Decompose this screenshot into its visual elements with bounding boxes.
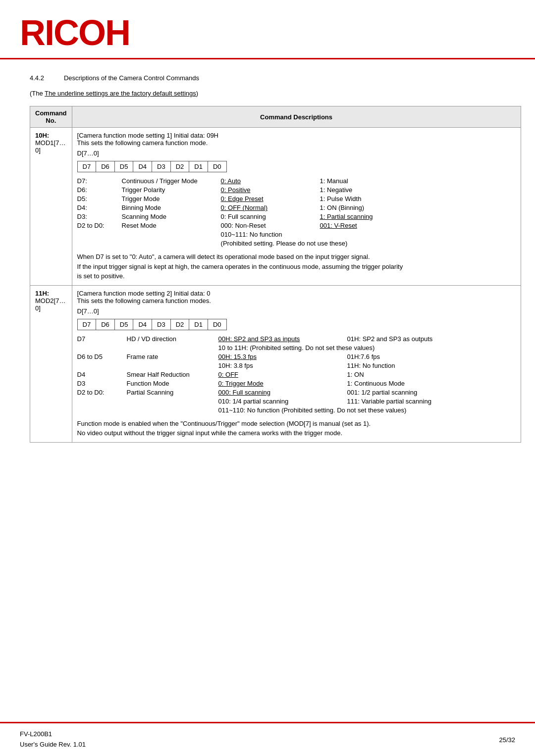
cmd-id-cell: 10H: MOD1[7…0] xyxy=(30,128,72,286)
val1-11h-d3: 1: Continuous Mode xyxy=(347,380,466,387)
desc-row-11h-d2d0b: 010: 1/4 partial scanning 111: Variable … xyxy=(77,398,516,405)
val1-d2d0: 001: V-Reset xyxy=(320,222,419,229)
val0-d4: 0: OFF (Normal) xyxy=(221,204,320,211)
bit-table: D7 D6 D5 D4 D3 D2 D1 D0 xyxy=(77,161,227,172)
val0-d7: 0: Auto xyxy=(221,177,320,185)
extra-line-1: 010~111: No function xyxy=(77,231,516,238)
trigger-note-3: is set to positive. xyxy=(77,271,516,281)
bit-d1: D1 xyxy=(189,161,208,172)
quarter-scan: 010: 1/4 partial scanning xyxy=(218,398,347,405)
no-func-11h: 11H: No function xyxy=(347,362,466,369)
desc-row-d4: D4: Binning Mode 0: OFF (Normal) 1: ON (… xyxy=(77,204,516,211)
footer-left: FV-L200B1 User's Guide Rev. 1.01 xyxy=(20,729,86,750)
trigger-note-1: When D7 is set to "0: Auto", a camera wi… xyxy=(77,252,516,262)
bit-d2: D2 xyxy=(170,161,189,172)
val0-11h-d7: 00H: SP2 and SP3 as inputs xyxy=(218,335,347,343)
page-content: 4.4.2 Descriptions of the Camera Control… xyxy=(0,59,535,472)
trigger-note: When D7 is set to "0: Auto", a camera wi… xyxy=(77,252,516,281)
cmd-id-11h: 11H: xyxy=(35,290,67,297)
bit-d6-11h: D6 xyxy=(96,319,115,330)
label-d6: D6: xyxy=(77,186,122,194)
bit-d3: D3 xyxy=(152,161,171,172)
initial-data: [Camera function mode setting 1] Initial… xyxy=(77,132,516,139)
name-d2d0: Reset Mode xyxy=(122,222,221,229)
bit-d7: D7 xyxy=(77,161,96,172)
val1-d5: 1: Pulse Width xyxy=(320,195,419,202)
command-table: Command No. Command Descriptions 10H: MO… xyxy=(30,106,521,443)
val1-11h-d6d5: 01H:7.6 fps xyxy=(347,353,466,360)
label-d2d0: D2 to D0: xyxy=(77,222,122,229)
desc-section: D7: Continuous / Trigger Mode 0: Auto 1:… xyxy=(77,177,516,247)
name-d3: Scanning Mode xyxy=(122,213,221,220)
ricoh-logo: RICOH xyxy=(20,15,515,50)
desc-row-d2d0: D2 to D0: Reset Mode 000: Non-Reset 001:… xyxy=(77,222,516,229)
cmd-sub: MOD1[7…0] xyxy=(35,139,67,154)
cmd-sub-11h: MOD2[7…0] xyxy=(35,297,67,312)
desc-row-11h-d6d5b: 10H: 3.8 fps 11H: No function xyxy=(77,362,516,369)
name-11h-d6d5: Frame rate xyxy=(127,353,218,360)
fps-38: 10H: 3.8 fps xyxy=(218,362,347,369)
section-header: 4.4.2 Descriptions of the Camera Control… xyxy=(30,74,505,82)
d-label-11h: D[7…0] xyxy=(77,307,516,315)
func-note-2: No video output without the trigger sign… xyxy=(77,428,516,438)
desc-section-11h: D7 HD / VD direction 00H: SP2 and SP3 as… xyxy=(77,335,516,414)
desc-row-11h-d6d5: D6 to D5 Frame rate 00H: 15.3 fps 01H:7.… xyxy=(77,353,516,360)
guide-name: User's Guide Rev. 1.01 xyxy=(20,740,86,750)
bit-d0-11h: D0 xyxy=(208,319,226,330)
underline-text: The underline settings are the factory d… xyxy=(45,90,196,97)
desc-row-11h-d2d0c: 011~110: No function (Prohibited setting… xyxy=(77,406,516,414)
section-number: 4.4.2 xyxy=(30,74,44,82)
desc-row-11h-d2d0: D2 to D0: Partial Scanning 000: Full sca… xyxy=(77,389,516,396)
col-command-no: Command No. xyxy=(30,106,72,128)
cmd-desc-cell-11h: [Camera function mode setting 2] Initial… xyxy=(72,285,521,442)
bit-d2-11h: D2 xyxy=(170,319,189,330)
bit-d7-11h: D7 xyxy=(77,319,96,330)
cmd-desc-cell: [Camera function mode setting 1] Initial… xyxy=(72,128,521,286)
page-number: 25/32 xyxy=(499,736,515,744)
sets-label: This sets the following camera function … xyxy=(77,139,516,147)
prohibited-text: (Prohibited setting. Please do not use t… xyxy=(221,240,419,247)
bit-d4-11h: D4 xyxy=(133,319,152,330)
val1-11h-d4: 1: ON xyxy=(347,371,466,378)
page-footer: FV-L200B1 User's Guide Rev. 1.01 25/32 xyxy=(0,722,535,756)
val0-d5: 0: Edge Preset xyxy=(221,195,320,202)
var-scan: 111: Variable partial scanning xyxy=(347,398,466,405)
table-row: 11H: MOD2[7…0] [Camera function mode set… xyxy=(30,285,521,442)
bit-d4: D4 xyxy=(133,161,152,172)
label-d5: D5: xyxy=(77,195,122,202)
val0-d2d0: 000: Non-Reset xyxy=(221,222,320,229)
label-d3: D3: xyxy=(77,213,122,220)
bit-d5-11h: D5 xyxy=(114,319,133,330)
initial-data-11h: [Camera function mode setting 2] Initial… xyxy=(77,290,516,297)
d-label: D[7…0] xyxy=(77,150,516,157)
val1-d4: 1: ON (Binning) xyxy=(320,204,419,211)
cmd-id: 10H: xyxy=(35,132,67,139)
desc-row-d5: D5: Trigger Mode 0: Edge Preset 1: Pulse… xyxy=(77,195,516,202)
name-11h-d2d0: Partial Scanning xyxy=(127,389,218,396)
bit-d3-11h: D3 xyxy=(152,319,171,330)
val0-d6: 0: Positive xyxy=(221,186,320,194)
sets-label-11h: This sets the following camera function … xyxy=(77,297,516,304)
func-note-1: Function mode is enabled when the "Conti… xyxy=(77,419,516,429)
bit-d1-11h: D1 xyxy=(189,319,208,330)
bit-row: D7 D6 D5 D4 D3 D2 D1 D0 xyxy=(77,161,226,172)
bit-d6: D6 xyxy=(96,161,115,172)
table-header-row: Command No. Command Descriptions xyxy=(30,106,521,128)
label-11h-d7: D7 xyxy=(77,335,127,343)
label-11h-d3: D3 xyxy=(77,380,127,387)
prohibited-11h: 10 to 11H: (Prohibited setting. Do not s… xyxy=(218,344,466,352)
desc-row-11h-d3: D3 Function Mode 0: Trigger Mode 1: Cont… xyxy=(77,380,516,387)
name-d4: Binning Mode xyxy=(122,204,221,211)
col-command-desc: Command Descriptions xyxy=(72,106,521,128)
label-11h-d6d5: D6 to D5 xyxy=(77,353,127,360)
desc-row-11h-d4: D4 Smear Half Reduction 0: OFF 1: ON xyxy=(77,371,516,378)
label-d7: D7: xyxy=(77,177,122,185)
val0-11h-d3: 0: Trigger Mode xyxy=(218,380,347,387)
val0-d3: 0: Full scanning xyxy=(221,213,320,220)
desc-row-11h-d7b: 10 to 11H: (Prohibited setting. Do not s… xyxy=(77,344,516,352)
val1-11h-d2d0: 001: 1/2 partial scanning xyxy=(347,389,466,396)
bit-d5: D5 xyxy=(114,161,133,172)
bit-row-11h: D7 D6 D5 D4 D3 D2 D1 D0 xyxy=(77,319,226,330)
trigger-note-2: If the input trigger signal is kept at h… xyxy=(77,262,516,272)
name-d5: Trigger Mode xyxy=(122,195,221,202)
